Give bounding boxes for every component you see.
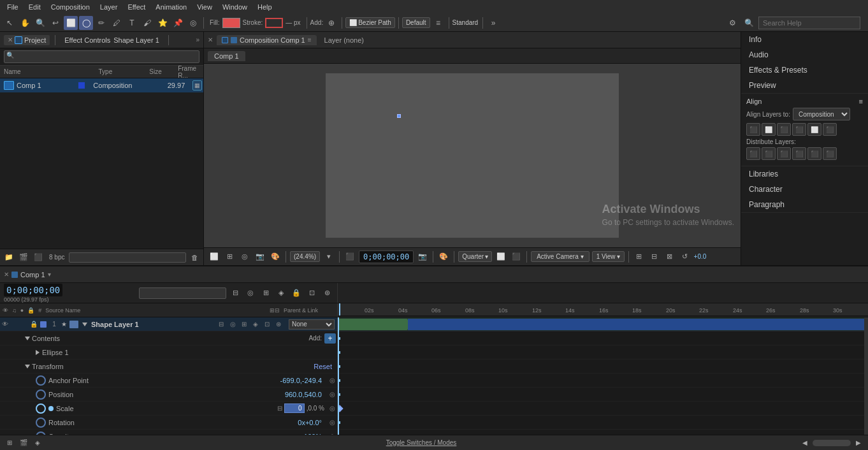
anchor-reset-btn[interactable]: ◎ xyxy=(327,375,337,386)
align-to-dropdown[interactable]: Composition xyxy=(793,108,850,120)
menu-view[interactable]: View xyxy=(192,2,217,12)
scale-input[interactable] xyxy=(284,403,305,413)
search-btn[interactable]: 🔍 xyxy=(742,16,756,30)
comp-panel-close[interactable]: ✕ xyxy=(208,36,213,43)
camera-btn[interactable]: Active Camera ▾ xyxy=(531,251,590,262)
tool-text[interactable]: T xyxy=(125,16,139,30)
tool-pin[interactable]: 📌 xyxy=(171,16,185,30)
align-top-btn[interactable]: ⬛ xyxy=(792,123,806,136)
layer1-track[interactable] xyxy=(338,317,868,331)
ellipse-expand[interactable] xyxy=(36,350,40,355)
menu-animation[interactable]: Animation xyxy=(151,2,191,12)
tl-btn3[interactable]: ⊞ xyxy=(259,287,272,300)
zoom-btn[interactable]: ▾ xyxy=(322,250,335,263)
align-menu-btn[interactable]: ≡ xyxy=(431,16,445,30)
viewer-cam-btn[interactable]: 📷 xyxy=(254,250,266,263)
tool-brush[interactable]: 🖌 xyxy=(140,16,154,30)
toggle-fullscreen[interactable]: ⬜ xyxy=(495,250,507,263)
position-reset-btn[interactable]: ◎ xyxy=(327,389,337,400)
comp1-viewer-tab[interactable]: Comp 1 xyxy=(208,51,245,61)
new-comp-btn[interactable]: 🎬 xyxy=(17,251,30,264)
menu-layer[interactable]: Layer xyxy=(96,2,122,12)
tool-hand[interactable]: ✋ xyxy=(18,16,32,30)
tl-toggle-switches[interactable]: ⊟ xyxy=(229,287,242,300)
project-tab[interactable]: ✕ Project xyxy=(4,35,50,45)
rp-preview[interactable]: Preview xyxy=(741,78,868,93)
rp-info[interactable]: Info xyxy=(741,32,868,47)
fill-color[interactable] xyxy=(222,18,240,28)
ellipse1-row[interactable]: Ellipse 1 xyxy=(0,345,337,359)
comp-grid-btn[interactable]: ⊟ xyxy=(648,250,661,263)
contents-add-btn[interactable]: + xyxy=(324,333,336,344)
rp-effects[interactable]: Effects & Presets xyxy=(741,62,868,78)
align-mode-btn[interactable]: Default xyxy=(402,17,430,28)
tl-mode-toggle[interactable]: Toggle Switches / Modes xyxy=(386,439,457,446)
tl-newcomp-btn[interactable]: ⊞ xyxy=(4,437,15,449)
tool-zoom[interactable]: 🔍 xyxy=(33,16,47,30)
tool-rotate[interactable]: ↩ xyxy=(48,16,62,30)
menu-effect[interactable]: Effect xyxy=(123,2,150,12)
tl-search-input[interactable] xyxy=(139,287,226,299)
transform-reset[interactable]: Reset xyxy=(314,363,332,370)
snapshot-btn[interactable]: 📷 xyxy=(416,250,429,263)
layer-parent-dropdown[interactable]: None xyxy=(289,319,335,330)
switch-adj[interactable]: ◈ xyxy=(250,319,261,330)
viewer-snap-btn[interactable]: ⬜ xyxy=(208,250,221,263)
tl-scroll-left[interactable]: ◀ xyxy=(799,437,811,449)
tool-pen[interactable]: ✏ xyxy=(94,16,108,30)
tool-poly[interactable]: ⭐ xyxy=(156,16,170,30)
stroke-color[interactable] xyxy=(265,18,283,28)
tool-ellipse[interactable]: ◯ xyxy=(79,16,93,30)
scale-stopwatch[interactable] xyxy=(36,403,46,414)
align-bottom-btn[interactable]: ⬛ xyxy=(823,123,837,136)
menu-file[interactable]: File xyxy=(3,2,23,12)
transform-expand[interactable] xyxy=(25,365,30,368)
viewer-ovf-btn[interactable]: ◎ xyxy=(238,250,251,263)
effect-controls-tab[interactable]: Effect Controls Shape Layer 1 xyxy=(61,35,163,45)
tl-btn7[interactable]: ⊛ xyxy=(321,287,333,300)
switch-extra[interactable]: ⊛ xyxy=(273,319,284,330)
tl-scroll-bar[interactable] xyxy=(813,440,851,446)
switch-effect[interactable]: ◎ xyxy=(228,319,238,330)
zoom-level[interactable]: (24.4%) xyxy=(290,251,320,262)
rp-character[interactable]: Character xyxy=(741,182,868,197)
project-tab-close[interactable]: ✕ xyxy=(8,36,13,43)
layer-tab[interactable]: Layer (none) xyxy=(319,35,369,45)
tl-btn2[interactable]: ◎ xyxy=(244,287,257,300)
rp-libraries[interactable]: Libraries xyxy=(741,166,868,182)
viewer-grid-btn[interactable]: ⊞ xyxy=(223,250,236,263)
align-left-btn[interactable]: ⬛ xyxy=(746,123,760,136)
dist-right-btn[interactable]: ⬛ xyxy=(777,147,791,160)
dist-left-btn[interactable]: ⬛ xyxy=(746,147,760,160)
tool-extra[interactable]: ◎ xyxy=(186,16,200,30)
tl-cameras-btn[interactable]: 🎬 xyxy=(18,437,29,449)
resolution-btn[interactable]: Quarter ▾ xyxy=(458,251,492,262)
layer-name-cell[interactable]: Shape Layer 1 xyxy=(80,321,213,328)
dist-h-btn[interactable]: ⬛ xyxy=(762,147,776,160)
anchor-stopwatch[interactable] xyxy=(36,375,46,386)
fit-btn[interactable]: ⬛ xyxy=(344,250,356,263)
align-hcenter-btn[interactable]: ⬜ xyxy=(762,123,776,136)
project-search-input[interactable] xyxy=(4,50,199,63)
layer-expand-triangle[interactable] xyxy=(82,323,87,326)
viewer-timecode[interactable]: 0;00;00;00 xyxy=(359,250,414,263)
settings-btn[interactable]: ⚙ xyxy=(725,16,739,30)
panel-expand-btn[interactable]: » xyxy=(196,36,199,43)
menu-window[interactable]: Window xyxy=(218,2,252,12)
color-mgr-btn[interactable]: 🎨 xyxy=(437,250,450,263)
menu-composition[interactable]: Composition xyxy=(47,2,94,12)
new-composition-btn[interactable]: ⬛ xyxy=(32,251,45,264)
tool-shape[interactable]: ⬜ xyxy=(64,16,78,30)
layer-lock-btn[interactable]: 🔒 xyxy=(29,317,38,331)
tl-btn4[interactable]: ◈ xyxy=(275,287,287,300)
scale-reset-btn[interactable]: ◎ xyxy=(327,403,337,414)
bezier-btn[interactable]: ⬜ Bezier Path xyxy=(345,17,395,28)
dist-bottom-btn[interactable]: ⬛ xyxy=(823,147,837,160)
align-right-btn[interactable]: ⬛ xyxy=(777,123,791,136)
region-btn[interactable]: ⬛ xyxy=(510,250,523,263)
project-item-comp1[interactable]: Comp 1 Composition 29.97 ▦ xyxy=(0,78,203,92)
layer-audio-btn[interactable] xyxy=(10,317,20,331)
viewer-color-btn[interactable]: 🎨 xyxy=(269,250,282,263)
menu-edit[interactable]: Edit xyxy=(24,2,45,12)
rotation-reset-btn[interactable]: ◎ xyxy=(327,417,337,428)
